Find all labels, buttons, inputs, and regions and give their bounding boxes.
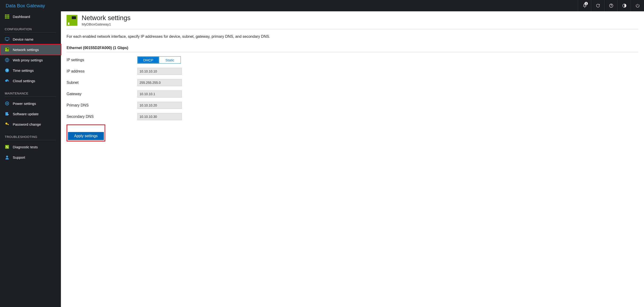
- svg-rect-26: [8, 124, 9, 125]
- person-icon: [5, 155, 10, 160]
- dhcp-toggle[interactable]: DHCP: [138, 56, 159, 64]
- topbar: Data Box Gateway 1: [0, 0, 644, 11]
- sidebar-item-label: Dashboard: [13, 15, 30, 19]
- secondary-dns-label: Secondary DNS: [66, 114, 138, 119]
- update-icon: [5, 112, 10, 116]
- network-icon: [5, 47, 10, 52]
- contrast-button[interactable]: [618, 0, 631, 11]
- svg-rect-16: [6, 50, 6, 51]
- sidebar-item-label: Software update: [13, 112, 38, 116]
- sidebar-item-label: Cloud settings: [13, 79, 35, 83]
- primary-dns-label: Primary DNS: [66, 103, 138, 108]
- gateway-input[interactable]: [138, 90, 182, 98]
- sidebar-item-label: Diagnostic tests: [13, 145, 38, 149]
- apply-settings-button[interactable]: Apply settings: [68, 132, 104, 140]
- cloud-gear-icon: [5, 78, 10, 83]
- sidebar-item-label: Support: [13, 156, 25, 160]
- page-header: Network settings MyDBoxGateway1: [66, 14, 638, 29]
- ip-address-label: IP address: [66, 69, 138, 74]
- sidebar-item-dashboard[interactable]: Dashboard: [0, 11, 61, 22]
- svg-point-20: [8, 81, 8, 82]
- dashboard-icon: [5, 14, 10, 19]
- svg-rect-10: [6, 18, 8, 19]
- ip-settings-toggle: DHCP Static: [138, 56, 181, 64]
- sidebar-section-troubleshooting: TROUBLESHOOTING: [0, 130, 61, 142]
- subnet-label: Subnet: [66, 80, 138, 85]
- power-button[interactable]: [631, 0, 644, 11]
- sidebar-item-label: Device name: [13, 37, 34, 41]
- gear-icon: [5, 101, 10, 106]
- svg-rect-11: [8, 18, 9, 19]
- svg-rect-12: [5, 38, 9, 40]
- svg-rect-15: [7, 48, 8, 49]
- ip-settings-label: IP settings: [66, 58, 138, 62]
- contrast-icon: [622, 3, 627, 8]
- key-icon: [5, 122, 10, 126]
- svg-rect-5: [8, 14, 9, 16]
- sidebar-item-diagnostic-tests[interactable]: Diagnostic tests: [0, 142, 61, 152]
- svg-rect-3: [5, 14, 6, 16]
- sidebar-item-label: Time settings: [13, 68, 34, 72]
- intro-text: For each enabled network interface, spec…: [66, 34, 638, 39]
- monitor-icon: [5, 37, 10, 42]
- svg-point-28: [6, 156, 8, 158]
- sidebar: Dashboard CONFIGURATION Device name Netw…: [0, 11, 61, 307]
- sidebar-item-power-settings[interactable]: Power settings: [0, 98, 61, 109]
- sidebar-item-label: Network settings: [13, 48, 39, 52]
- svg-rect-7: [6, 16, 8, 17]
- svg-rect-8: [8, 16, 9, 17]
- apply-highlight: Apply settings: [66, 124, 105, 142]
- gateway-label: Gateway: [66, 92, 138, 96]
- svg-point-22: [6, 103, 8, 104]
- sidebar-item-device-name[interactable]: Device name: [0, 34, 61, 44]
- sidebar-item-label: Password change: [13, 122, 41, 126]
- secondary-dns-input[interactable]: [138, 113, 182, 120]
- help-button[interactable]: [604, 0, 618, 11]
- power-icon: [635, 3, 640, 8]
- sidebar-section-configuration: CONFIGURATION: [0, 22, 61, 34]
- clock-icon: [5, 68, 10, 73]
- svg-rect-13: [6, 40, 8, 41]
- svg-rect-9: [5, 18, 6, 19]
- notification-badge: 1: [584, 2, 588, 5]
- ip-address-input[interactable]: [138, 68, 182, 75]
- sidebar-item-cloud-settings[interactable]: Cloud settings: [0, 76, 61, 86]
- page-subtitle: MyDBoxGateway1: [82, 22, 130, 26]
- sidebar-item-network-settings[interactable]: Network settings: [0, 44, 61, 55]
- sidebar-item-software-update[interactable]: Software update: [0, 109, 61, 119]
- notifications-button[interactable]: 1: [578, 0, 591, 11]
- primary-dns-input[interactable]: [138, 102, 182, 109]
- sidebar-item-label: Power settings: [13, 102, 36, 106]
- svg-rect-6: [5, 16, 6, 17]
- subnet-input[interactable]: [138, 79, 182, 86]
- interface-section-title: Ethernet (00155D2FA000) (1 Gbps): [66, 46, 638, 52]
- sidebar-item-time-settings[interactable]: Time settings: [0, 65, 61, 76]
- sidebar-item-password-change[interactable]: Password change: [0, 119, 61, 130]
- page-title: Network settings: [82, 14, 130, 22]
- pulse-icon: [5, 144, 10, 149]
- sidebar-item-label: Web proxy settings: [13, 58, 43, 62]
- sidebar-section-maintenance: MAINTENANCE: [0, 86, 61, 98]
- static-toggle[interactable]: Static: [159, 56, 181, 64]
- sidebar-item-web-proxy[interactable]: Web proxy settings: [0, 55, 61, 65]
- svg-rect-4: [6, 14, 8, 16]
- sidebar-item-support[interactable]: Support: [0, 152, 61, 162]
- refresh-button[interactable]: [591, 0, 604, 11]
- brand-title[interactable]: Data Box Gateway: [6, 3, 45, 8]
- main-content: Network settings MyDBoxGateway1 For each…: [61, 11, 644, 307]
- network-settings-icon: [66, 15, 78, 26]
- svg-rect-23: [6, 112, 8, 116]
- topbar-actions: 1: [578, 0, 644, 11]
- refresh-icon: [596, 3, 600, 8]
- help-icon: [609, 3, 614, 8]
- globe-icon: [5, 58, 10, 62]
